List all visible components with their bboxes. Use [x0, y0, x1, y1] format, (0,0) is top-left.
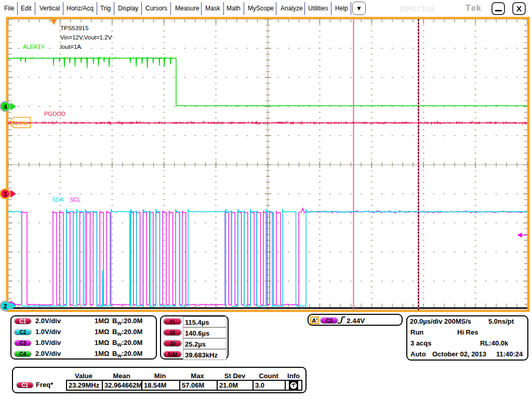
svg-text:PGOOD: PGOOD [44, 111, 65, 117]
svg-text:ALERT#: ALERT# [23, 44, 45, 50]
svg-text:SDA: SDA [52, 196, 64, 203]
svg-text:1: 1 [3, 190, 7, 198]
svg-text:Vin=12V,Vout=1.2V: Vin=12V,Vout=1.2V [60, 34, 112, 41]
svg-text:50.0%: 50.0% [11, 120, 28, 126]
svg-text:TPS53915: TPS53915 [60, 25, 88, 31]
svg-text:2: 2 [3, 302, 7, 310]
svg-text:Iout=1A: Iout=1A [60, 44, 81, 50]
svg-text:SCL: SCL [70, 196, 81, 203]
svg-text:4: 4 [3, 103, 7, 111]
